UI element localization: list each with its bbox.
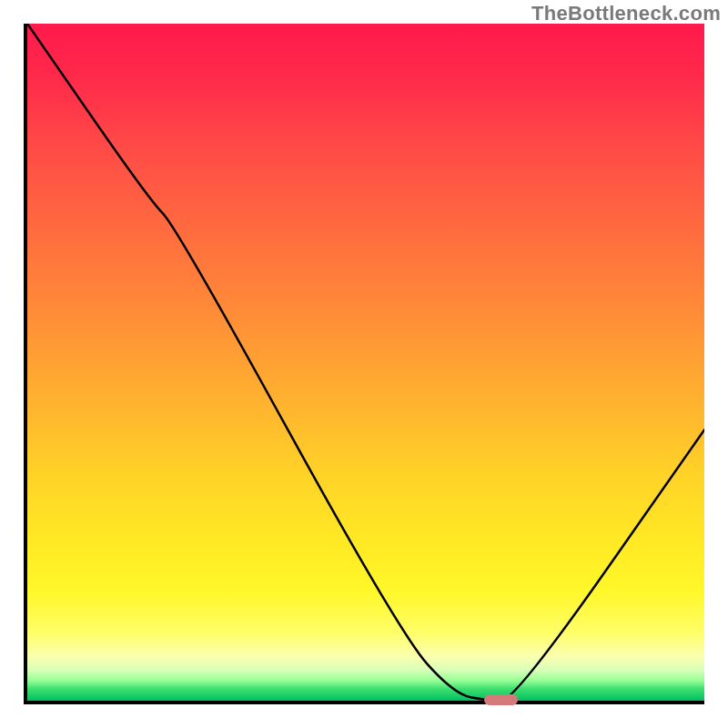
chart-container: TheBottleneck.com xyxy=(0,0,728,728)
bottleneck-line-plot xyxy=(27,24,704,701)
watermark-text: TheBottleneck.com xyxy=(531,2,721,25)
bottleneck-curve-path xyxy=(27,24,704,701)
optimal-range-marker xyxy=(484,694,518,705)
